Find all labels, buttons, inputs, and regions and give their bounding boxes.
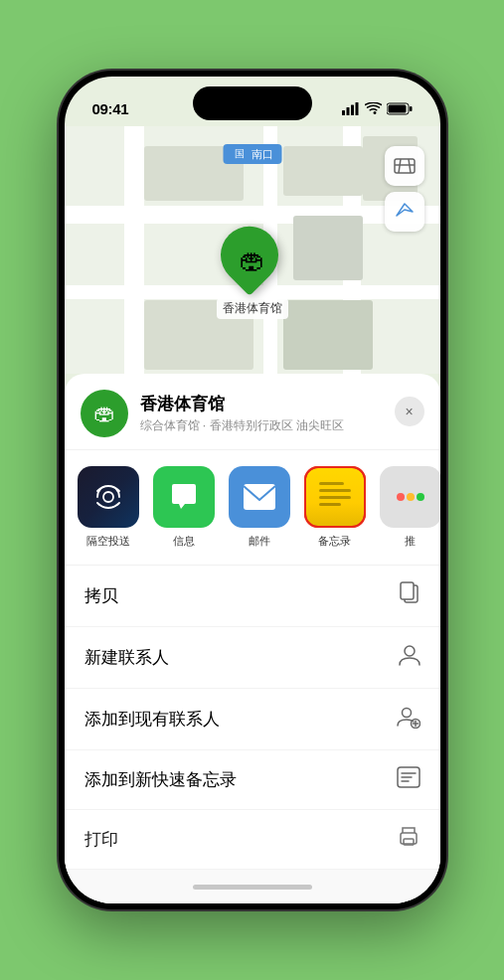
- building-3: [293, 216, 363, 280]
- print-icon: [397, 826, 420, 853]
- action-copy[interactable]: 拷贝: [65, 566, 440, 627]
- airdrop-icon: [92, 481, 124, 513]
- close-button[interactable]: ×: [395, 397, 424, 426]
- svg-point-13: [402, 709, 411, 718]
- svg-rect-11: [401, 582, 414, 599]
- svg-rect-3: [355, 102, 358, 115]
- copy-icon: [399, 581, 420, 610]
- phone-frame: 09:41: [59, 71, 446, 909]
- more-label: 推: [405, 534, 416, 549]
- building-2: [283, 146, 363, 196]
- mail-icon: [242, 482, 277, 512]
- svg-rect-6: [410, 106, 413, 111]
- person-add-icon: [397, 705, 420, 734]
- mail-label: 邮件: [249, 534, 270, 549]
- signal-icon: [342, 102, 360, 115]
- pin-label: 香港体育馆: [217, 298, 288, 319]
- svg-rect-7: [395, 159, 415, 173]
- share-row: 隔空投送 信息: [65, 450, 440, 566]
- notes-lines: [313, 474, 357, 510]
- action-list: 拷贝 新建联系人: [65, 566, 440, 870]
- person-icon: [399, 643, 420, 672]
- map-icon: [394, 155, 416, 177]
- svg-rect-2: [351, 104, 354, 115]
- pin-icon: 🏟: [240, 245, 265, 276]
- more-icon-box: [380, 466, 440, 528]
- status-icons: [342, 102, 413, 115]
- messages-icon: [167, 480, 201, 514]
- location-button[interactable]: [385, 192, 424, 232]
- messages-label: 信息: [173, 534, 195, 549]
- wifi-icon: [365, 102, 382, 115]
- share-item-messages[interactable]: 信息: [152, 466, 216, 549]
- location-arrow-icon: [395, 202, 415, 222]
- status-time: 09:41: [92, 100, 129, 117]
- status-bar: 09:41: [65, 77, 440, 126]
- venue-header: 🏟 香港体育馆 综合体育馆 · 香港特别行政区 油尖旺区 ×: [65, 374, 440, 450]
- svg-rect-0: [342, 110, 345, 115]
- north-text: 南口: [252, 147, 273, 162]
- quick-note-label: 添加到新快速备忘录: [84, 768, 237, 791]
- venue-info: 香港体育馆 综合体育馆 · 香港特别行政区 油尖旺区: [140, 393, 424, 434]
- phone-screen: 09:41: [65, 77, 440, 903]
- airdrop-icon-box: [78, 466, 139, 528]
- map-area: 国 南口: [65, 126, 440, 374]
- share-item-airdrop[interactable]: 隔空投送: [77, 466, 140, 549]
- map-north-label: 国 南口: [223, 144, 281, 164]
- share-item-notes[interactable]: 备忘录: [303, 466, 367, 549]
- action-new-contact[interactable]: 新建联系人: [65, 627, 440, 689]
- building-5: [283, 300, 373, 370]
- location-pin: 🏟 香港体育馆: [217, 231, 288, 319]
- map-controls: [385, 146, 424, 238]
- note-icon: [397, 766, 420, 793]
- svg-point-12: [405, 646, 415, 656]
- battery-icon: [387, 102, 413, 115]
- share-item-more[interactable]: 推: [379, 466, 440, 549]
- venue-subtitle: 综合体育馆 · 香港特别行政区 油尖旺区: [140, 417, 424, 434]
- svg-rect-5: [388, 104, 406, 112]
- bottom-sheet: 🏟 香港体育馆 综合体育馆 · 香港特别行政区 油尖旺区 ×: [65, 374, 440, 903]
- notes-label: 备忘录: [318, 534, 351, 549]
- share-item-mail[interactable]: 邮件: [228, 466, 291, 549]
- action-print[interactable]: 打印: [65, 810, 440, 870]
- home-indicator: [65, 870, 440, 903]
- action-quick-note[interactable]: 添加到新快速备忘录: [65, 750, 440, 810]
- messages-icon-box: [153, 466, 215, 528]
- venue-icon: 🏟: [81, 390, 128, 437]
- airdrop-label: 隔空投送: [86, 534, 130, 549]
- action-add-existing[interactable]: 添加到现有联系人: [65, 689, 440, 750]
- mail-icon-box: [229, 466, 290, 528]
- notes-icon-box: [304, 466, 366, 528]
- svg-rect-9: [244, 484, 275, 510]
- svg-point-8: [103, 492, 113, 502]
- print-label: 打印: [84, 828, 118, 851]
- dynamic-island: [193, 86, 312, 120]
- venue-name: 香港体育馆: [140, 393, 424, 415]
- add-existing-label: 添加到现有联系人: [84, 708, 220, 731]
- copy-label: 拷贝: [84, 584, 118, 607]
- map-type-button[interactable]: [385, 146, 424, 186]
- new-contact-label: 新建联系人: [84, 646, 169, 669]
- home-bar: [193, 885, 312, 890]
- road-vertical-1: [124, 126, 144, 374]
- svg-rect-1: [346, 107, 349, 115]
